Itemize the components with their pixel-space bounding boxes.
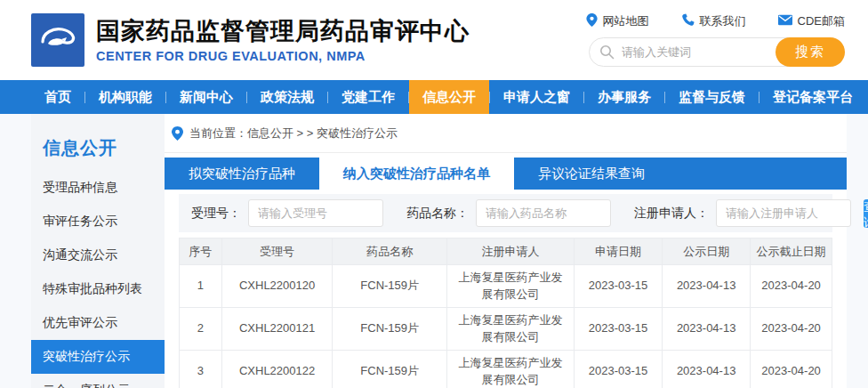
filter-label-2: 注册申请人： xyxy=(634,206,709,222)
breadcrumb-text: 当前位置：信息公开 > > 突破性治疗公示 xyxy=(189,125,398,141)
table-cell: 2023-04-13 xyxy=(663,351,751,388)
table-header-row: 序号受理号药品名称注册申请人申请日期公示日期公示截止日期 xyxy=(180,238,832,265)
utility-links: 网站地图联系我们CDE邮箱 xyxy=(586,13,845,29)
sidebar: 信息公开 受理品种信息审评任务公示沟通交流公示特殊审批品种列表优先审评公示突破性… xyxy=(31,114,165,388)
site-title-en: CENTER FOR DRUG EVALUATION, NMPA xyxy=(96,49,470,63)
table-cell: 1 xyxy=(180,265,222,308)
table-cell: 2023-04-13 xyxy=(663,265,751,308)
results-table-wrap: 序号受理号药品名称注册申请人申请日期公示日期公示截止日期 1CXHL220012… xyxy=(179,238,832,388)
filter-bar: 受理号：药品名称：注册申请人：查询 xyxy=(179,194,832,232)
sidebar-item-1[interactable]: 审评任务公示 xyxy=(31,205,165,238)
table-cell: CXHL2200122 xyxy=(221,351,333,388)
cde-logo[interactable] xyxy=(31,13,84,67)
sidebar-item-6[interactable]: 二合一序列公示 xyxy=(31,374,165,388)
table-col-header-2: 药品名称 xyxy=(333,238,446,265)
nav-item-9[interactable]: 登记备案平台 xyxy=(760,80,866,114)
breadcrumb: 当前位置：信息公开 > > 突破性治疗公示 xyxy=(165,114,847,153)
site-title-cn: 国家药品监督管理局药品审评中心 xyxy=(96,17,470,45)
nav-item-2[interactable]: 新闻中心 xyxy=(166,80,246,114)
table-cell: FCN-159片 xyxy=(333,265,446,308)
table-cell: FCN-159片 xyxy=(333,351,446,388)
location-pin-icon xyxy=(172,126,183,141)
table-cell: CXHL2200120 xyxy=(221,265,333,308)
table-cell: 上海复星医药产业发展有限公司 xyxy=(446,265,574,308)
header-right: 网站地图联系我们CDE邮箱 搜索 xyxy=(586,13,845,67)
sidebar-title: 信息公开 xyxy=(31,114,165,171)
header-search: 搜索 xyxy=(589,37,845,67)
table-cell: 2 xyxy=(180,308,222,351)
sidebar-item-4[interactable]: 优先审评公示 xyxy=(31,306,165,340)
table-cell: 2023-03-15 xyxy=(575,265,663,308)
main-area: 信息公开 受理品种信息审评任务公示沟通交流公示特殊审批品种列表优先审评公示突破性… xyxy=(0,114,868,388)
tab-bar: 拟突破性治疗品种纳入突破性治疗品种名单异议论证结果查询 xyxy=(165,158,847,190)
cde-logo-swirl-icon xyxy=(37,22,78,58)
content-panel: 当前位置：信息公开 > > 突破性治疗公示 拟突破性治疗品种纳入突破性治疗品种名… xyxy=(165,114,847,388)
table-row: 1CXHL2200120FCN-159片上海复星医药产业发展有限公司2023-0… xyxy=(180,265,832,308)
table-col-header-5: 公示日期 xyxy=(663,238,751,265)
main-nav: 首页机构职能新闻中心政策法规党建工作信息公开申请人之窗办事服务监督与反馈登记备案… xyxy=(0,80,868,114)
nav-item-4[interactable]: 党建工作 xyxy=(328,80,408,114)
sidebar-item-0[interactable]: 受理品种信息 xyxy=(31,171,165,205)
utility-link-label: 联系我们 xyxy=(700,13,746,29)
mail-icon xyxy=(778,14,792,28)
filter-input-0[interactable] xyxy=(248,199,383,227)
table-cell: 3 xyxy=(180,351,222,388)
table-cell: 2023-04-20 xyxy=(751,308,832,351)
table-cell: CXHL2200121 xyxy=(221,308,333,351)
brand: 国家药品监督管理局药品审评中心 CENTER FOR DRUG EVALUATI… xyxy=(31,13,470,67)
utility-link-mail[interactable]: CDE邮箱 xyxy=(778,13,845,29)
sidebar-item-2[interactable]: 沟通交流公示 xyxy=(31,238,165,272)
utility-link-map-pin[interactable]: 网站地图 xyxy=(586,13,649,29)
table-row: 2CXHL2200121FCN-159片上海复星医药产业发展有限公司2023-0… xyxy=(180,308,832,351)
table-col-header-6: 公示截止日期 xyxy=(751,238,832,265)
phone-icon xyxy=(681,13,695,29)
table-cell: 上海复星医药产业发展有限公司 xyxy=(446,308,574,351)
table-cell: 2023-04-20 xyxy=(751,351,832,388)
table-cell: 2023-03-15 xyxy=(575,351,663,388)
tab-1[interactable]: 纳入突破性治疗品种名单 xyxy=(319,158,514,190)
table-col-header-0: 序号 xyxy=(180,238,222,265)
sidebar-item-5[interactable]: 突破性治疗公示 xyxy=(31,340,165,374)
table-row: 3CXHL2200122FCN-159片上海复星医药产业发展有限公司2023-0… xyxy=(180,351,832,388)
nav-item-7[interactable]: 办事服务 xyxy=(584,80,664,114)
filter-label-1: 药品名称： xyxy=(406,206,469,222)
utility-link-label: 网站地图 xyxy=(603,13,649,29)
map-pin-icon xyxy=(586,13,598,29)
table-cell: 2023-04-13 xyxy=(663,308,751,351)
nav-item-6[interactable]: 申请人之窗 xyxy=(490,80,583,114)
table-cell: 2023-04-20 xyxy=(751,265,832,308)
query-button[interactable]: 查询 xyxy=(864,199,868,228)
site-header: 国家药品监督管理局药品审评中心 CENTER FOR DRUG EVALUATI… xyxy=(0,0,868,80)
table-cell: 2023-03-15 xyxy=(575,308,663,351)
nav-item-0[interactable]: 首页 xyxy=(31,80,84,114)
sidebar-item-3[interactable]: 特殊审批品种列表 xyxy=(31,272,165,306)
results-table: 序号受理号药品名称注册申请人申请日期公示日期公示截止日期 1CXHL220012… xyxy=(179,238,832,388)
nav-item-5[interactable]: 信息公开 xyxy=(409,80,489,114)
search-icon xyxy=(599,44,615,60)
filter-input-2[interactable] xyxy=(716,199,851,227)
nav-item-8[interactable]: 监督与反馈 xyxy=(665,80,759,114)
nav-item-1[interactable]: 机构职能 xyxy=(85,80,165,114)
table-cell: FCN-159片 xyxy=(333,308,446,351)
utility-link-phone[interactable]: 联系我们 xyxy=(681,13,746,29)
search-button[interactable]: 搜索 xyxy=(776,37,845,67)
brand-text: 国家药品监督管理局药品审评中心 CENTER FOR DRUG EVALUATI… xyxy=(96,17,470,62)
table-col-header-3: 注册申请人 xyxy=(446,238,574,265)
tab-0[interactable]: 拟突破性治疗品种 xyxy=(165,158,319,190)
utility-link-label: CDE邮箱 xyxy=(798,13,845,29)
filter-input-1[interactable] xyxy=(476,199,611,227)
tab-2[interactable]: 异议论证结果查询 xyxy=(514,158,669,190)
sidebar-items: 受理品种信息审评任务公示沟通交流公示特殊审批品种列表优先审评公示突破性治疗公示二… xyxy=(31,171,165,388)
nav-item-3[interactable]: 政策法规 xyxy=(247,80,327,114)
table-col-header-4: 申请日期 xyxy=(575,238,663,265)
table-cell: 上海复星医药产业发展有限公司 xyxy=(446,351,574,388)
table-col-header-1: 受理号 xyxy=(221,238,333,265)
filter-label-0: 受理号： xyxy=(191,206,241,222)
